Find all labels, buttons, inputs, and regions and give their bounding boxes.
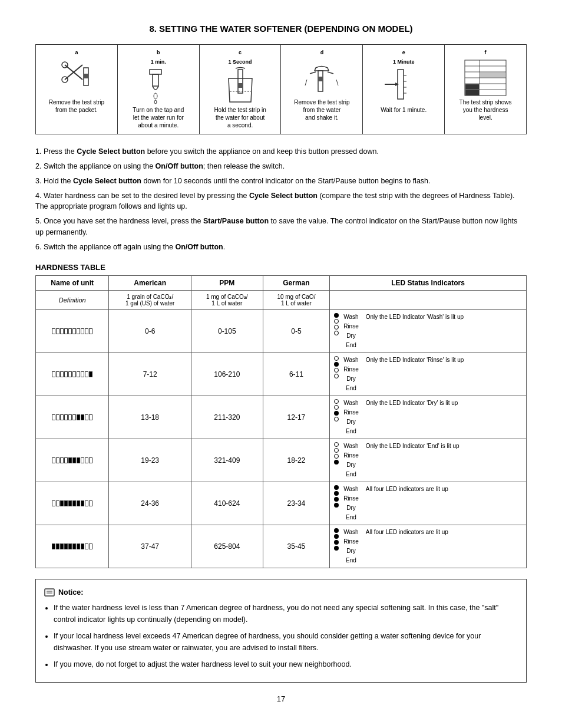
svg-rect-12 [238, 83, 243, 88]
german-val: 12-17 [263, 396, 330, 439]
diagram-a-img [53, 59, 100, 97]
diagram-row: a Remove the test stripfrom the packet. … [35, 44, 527, 134]
diagram-e-img [380, 67, 427, 105]
svg-line-18 [336, 80, 338, 85]
svg-point-8 [154, 93, 157, 99]
svg-rect-6 [150, 70, 161, 74]
notice-bullet: If you move, do not forget to adjust the… [54, 658, 518, 670]
american-val: 7-12 [109, 353, 191, 396]
german-val: 0-5 [263, 310, 330, 353]
page-title: 8. SETTING THE WATER SOFTENER (DEPENDING… [35, 24, 527, 34]
notice-box: Notice: If the water hardness level is l… [35, 579, 527, 683]
diagram-a: a Remove the test stripfrom the packet. [36, 45, 118, 134]
instructions-section: 1. Press the Cycle Select button before … [35, 146, 527, 252]
instruction-3: 3. Hold the Cycle Select button down for… [35, 176, 527, 187]
svg-line-17 [305, 80, 307, 85]
instruction-1: 1. Press the Cycle Select button before … [35, 146, 527, 157]
led-val: WashRinseDryEndOnly the LED Indicator 'D… [330, 396, 527, 439]
diagram-f-img [462, 59, 509, 97]
svg-line-16 [328, 72, 333, 74]
col-header-unit: Name of unit [36, 276, 109, 291]
diagram-f: f The test strip showsyou the hardnessle… [445, 45, 526, 134]
diagram-c-img [217, 67, 264, 105]
col-header-led: LED Status Indicators [330, 276, 527, 291]
def-ppm: 1 mg of CaCO₃/1 L of water [191, 291, 263, 310]
hardness-table: Name of unit American PPM German LED Sta… [35, 275, 527, 568]
led-val: WashRinseDryEndAll four LED indicators a… [330, 525, 527, 568]
american-val: 37-47 [109, 525, 191, 568]
instruction-2: 2. Switch the appliance on using the On/… [35, 161, 527, 172]
svg-rect-36 [45, 589, 54, 596]
led-val: WashRinseDryEndOnly the LED Indicator 'E… [330, 439, 527, 482]
svg-rect-14 [318, 77, 323, 81]
american-val: 0-6 [109, 310, 191, 353]
page-number: 17 [35, 694, 527, 703]
table-row [36, 310, 109, 353]
table-row [36, 396, 109, 439]
diagram-e: e 1 Minute Wait for 1 minute. [363, 45, 445, 134]
diagram-d-img [298, 59, 345, 97]
def-unit: Definition [36, 291, 109, 310]
svg-point-9 [154, 100, 157, 104]
notice-bullet: If your local hardness level exceeds 47 … [54, 630, 518, 654]
svg-rect-33 [465, 84, 479, 90]
instruction-6: 6. Switch the appliance off again using … [35, 242, 527, 253]
american-val: 24-36 [109, 482, 191, 525]
diagram-b-img [135, 67, 182, 105]
table-row [36, 525, 109, 568]
ppm-val: 0-105 [191, 310, 263, 353]
diagram-d: d Remove the test stripfrom the waterand… [281, 45, 363, 134]
diagram-b: b 1 min. Turn on the tap andlet the wate… [118, 45, 200, 134]
def-led [330, 291, 527, 310]
svg-rect-34 [465, 90, 479, 95]
led-val: WashRinseDryEndOnly the LED Indicator 'R… [330, 353, 527, 396]
svg-rect-35 [480, 73, 505, 78]
diagram-e-caption: Wait for 1 minute. [381, 107, 427, 113]
german-val: 35-45 [263, 525, 330, 568]
hardness-table-title: HARDNESS TABLE [35, 263, 527, 272]
diagram-c: c 1 Second Hold the test strip inthe wat… [200, 45, 282, 134]
svg-rect-7 [153, 74, 158, 86]
col-header-ppm: PPM [191, 276, 263, 291]
svg-marker-21 [395, 83, 399, 86]
german-val: 6-11 [263, 353, 330, 396]
ppm-val: 321-409 [191, 439, 263, 482]
col-header-german: German [263, 276, 330, 291]
instruction-4: 4. Water hardness can be set to the desi… [35, 190, 527, 213]
svg-rect-5 [84, 74, 88, 78]
diagram-f-caption: The test strip showsyou the hardnessleve… [459, 99, 512, 121]
instruction-5: 5. Once you have set the hardness level,… [35, 216, 527, 238]
notice-title: Notice: [58, 587, 83, 598]
def-german: 10 mg of CaO/1 L of water [263, 291, 330, 310]
col-header-american: American [109, 276, 191, 291]
svg-line-15 [310, 72, 316, 74]
svg-rect-11 [238, 70, 243, 93]
ppm-val: 625-804 [191, 525, 263, 568]
led-val: WashRinseDryEndAll four LED indicators a… [330, 482, 527, 525]
table-row [36, 353, 109, 396]
ppm-val: 410-624 [191, 482, 263, 525]
american-val: 13-18 [109, 396, 191, 439]
ppm-val: 211-320 [191, 396, 263, 439]
diagram-b-caption: Turn on the tap andlet the water run for… [133, 107, 184, 129]
led-val: WashRinseDryEndOnly the LED Indicator 'W… [330, 310, 527, 353]
diagram-c-caption: Hold the test strip inthe water for abou… [214, 107, 266, 129]
notice-list: If the water hardness level is less than… [44, 602, 518, 670]
ppm-val: 106-210 [191, 353, 263, 396]
def-american: 1 grain of CaCO₃/1 gal (US) of water [109, 291, 191, 310]
notice-bullet: If the water hardness level is less than… [54, 602, 518, 625]
german-val: 23-34 [263, 482, 330, 525]
table-row [36, 482, 109, 525]
table-row [36, 439, 109, 482]
diagram-a-caption: Remove the test stripfrom the packet. [49, 99, 104, 113]
diagram-d-caption: Remove the test stripfrom the waterand s… [294, 99, 349, 121]
german-val: 18-22 [263, 439, 330, 482]
notice-icon [44, 587, 55, 598]
american-val: 19-23 [109, 439, 191, 482]
